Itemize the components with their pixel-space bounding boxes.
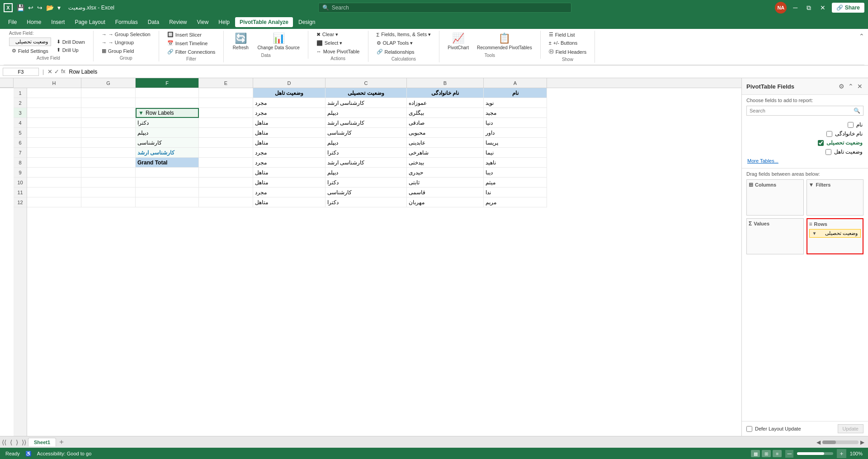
scroll-right[interactable]: ▶: [860, 439, 864, 445]
row-num-4[interactable]: 4: [14, 118, 27, 128]
restore-button[interactable]: ⧉: [804, 3, 814, 13]
cell-E9[interactable]: [199, 168, 253, 178]
menu-page-layout[interactable]: Page Layout: [70, 17, 109, 27]
cell-H8[interactable]: [27, 158, 81, 168]
cell-G3[interactable]: [81, 108, 136, 118]
col-header-B[interactable]: B: [407, 78, 484, 88]
filters-area[interactable]: ▼ Filters: [807, 179, 864, 215]
row-num-5[interactable]: 5: [14, 128, 27, 138]
row-num-6[interactable]: 6: [14, 138, 27, 148]
cell-H1[interactable]: [27, 88, 81, 98]
values-area[interactable]: Σ Values: [746, 218, 804, 254]
row-num-10[interactable]: 10: [14, 178, 27, 187]
search-input[interactable]: [332, 5, 567, 11]
share-button[interactable]: 🔗 Share: [832, 3, 864, 13]
cell-B8[interactable]: بیدختی: [407, 158, 484, 168]
cell-C11[interactable]: کارشناسی: [326, 187, 407, 197]
move-pivot-button[interactable]: ↔ Move PivotTable: [314, 48, 363, 55]
field-marital-checkbox[interactable]: [826, 149, 831, 155]
cell-H11[interactable]: [27, 187, 81, 197]
pivot-panel-settings-icon[interactable]: ⚙: [838, 82, 845, 91]
cell-A3[interactable]: مجید: [484, 108, 547, 118]
row-num-11[interactable]: 11: [14, 187, 27, 197]
menu-design[interactable]: Design: [294, 17, 320, 27]
cell-H7[interactable]: [27, 148, 81, 158]
cell-H5[interactable]: [27, 128, 81, 138]
drill-down-button[interactable]: ⬇ Drill Down: [54, 38, 88, 46]
menu-file[interactable]: File: [4, 17, 21, 27]
minimize-button[interactable]: ─: [790, 3, 800, 12]
cell-B1[interactable]: نام خانوادگی: [407, 88, 484, 98]
cell-H2[interactable]: [27, 98, 81, 108]
defer-label[interactable]: Defer Layout Update: [746, 426, 801, 432]
group-field-button[interactable]: ▦ Group Field: [99, 47, 137, 55]
cell-C4[interactable]: کارشناسی ارشد: [326, 118, 407, 128]
row-num-3[interactable]: 3: [14, 108, 27, 118]
scrollbar-thumb[interactable]: [822, 440, 836, 444]
cell-B4[interactable]: صادقی: [407, 118, 484, 128]
buttons-button[interactable]: ± +/- Buttons: [546, 39, 580, 47]
cell-C9[interactable]: دیپلم: [326, 168, 407, 178]
defer-checkbox[interactable]: [746, 426, 752, 432]
cell-F5[interactable]: دیپلم: [136, 128, 199, 138]
cell-H6[interactable]: [27, 138, 81, 148]
cell-C3[interactable]: دیپلم: [326, 108, 407, 118]
cell-A10[interactable]: میثم: [484, 178, 547, 187]
cell-F11[interactable]: [136, 187, 199, 197]
confirm-formula-icon[interactable]: ✓: [54, 68, 59, 75]
cell-A11[interactable]: ندا: [484, 187, 547, 197]
cell-B2[interactable]: عموزاده: [407, 98, 484, 108]
cell-A9[interactable]: دیبا: [484, 168, 547, 178]
cell-C8[interactable]: کارشناسی ارشد: [326, 158, 407, 168]
cell-E12[interactable]: [199, 197, 253, 207]
field-family-name-checkbox[interactable]: [826, 131, 832, 137]
relationships-button[interactable]: 🔗 Relationships: [374, 48, 417, 56]
cell-A2[interactable]: نوید: [484, 98, 547, 108]
cell-F10[interactable]: [136, 178, 199, 187]
drill-up-button[interactable]: ⬆ Drill Up: [54, 46, 88, 54]
cell-D4[interactable]: متاهل: [253, 118, 326, 128]
recommended-pivot-button[interactable]: 📋 Recommended PivotTables: [474, 31, 535, 52]
more-tables-link[interactable]: More Tables...: [746, 156, 863, 165]
col-header-D[interactable]: D: [253, 78, 326, 88]
sheet-nav-prev[interactable]: ⟨: [8, 439, 14, 446]
cell-C6[interactable]: دیپلم: [326, 138, 407, 148]
cell-E5[interactable]: [199, 128, 253, 138]
cell-F6[interactable]: کارشناسی: [136, 138, 199, 148]
clear-button[interactable]: ✖ Clear ▾: [314, 31, 341, 38]
cell-E1[interactable]: [199, 88, 253, 98]
cell-D1[interactable]: وضعیت تاهل: [253, 88, 326, 98]
sheet-nav-last[interactable]: ⟩⟩: [20, 439, 28, 446]
pivot-search-input[interactable]: [750, 108, 852, 113]
cell-B3[interactable]: بیگلری: [407, 108, 484, 118]
cell-D9[interactable]: متاهل: [253, 168, 326, 178]
cell-H4[interactable]: [27, 118, 81, 128]
rows-area[interactable]: ≡ Rows وضعیت تحصیلی ▼: [807, 218, 864, 254]
field-name-checkbox[interactable]: [848, 122, 854, 128]
cell-E3[interactable]: [199, 108, 253, 118]
cell-A8[interactable]: ناهید: [484, 158, 547, 168]
cell-A6[interactable]: پریسا: [484, 138, 547, 148]
undo-button[interactable]: ↩: [27, 3, 35, 12]
cell-C10[interactable]: دکترا: [326, 178, 407, 187]
cell-C12[interactable]: دکترا: [326, 197, 407, 207]
pivot-chart-button[interactable]: 📈 PivotChart: [445, 31, 472, 52]
cell-G2[interactable]: [81, 98, 136, 108]
cell-D12[interactable]: متاهل: [253, 197, 326, 207]
cell-G10[interactable]: [81, 178, 136, 187]
olap-tools-button[interactable]: ⚙ OLAP Tools ▾: [374, 39, 416, 47]
menu-home[interactable]: Home: [22, 17, 46, 27]
insert-function-icon[interactable]: fx: [61, 68, 65, 75]
cell-E7[interactable]: [199, 148, 253, 158]
scroll-left[interactable]: ◀: [816, 439, 821, 445]
rows-item-dropdown-icon[interactable]: ▼: [812, 231, 817, 236]
cell-F7[interactable]: کارشناسی ارشد: [136, 148, 199, 158]
refresh-button[interactable]: 🔄 Refresh: [229, 31, 252, 52]
cell-B10[interactable]: ثابتی: [407, 178, 484, 187]
cell-H12[interactable]: [27, 197, 81, 207]
col-header-H[interactable]: H: [27, 78, 81, 88]
close-button[interactable]: ✕: [817, 3, 828, 12]
cell-F12[interactable]: [136, 197, 199, 207]
sheet-nav-first[interactable]: ⟨⟨: [0, 439, 8, 446]
pivot-search-box[interactable]: 🔍: [746, 106, 863, 116]
